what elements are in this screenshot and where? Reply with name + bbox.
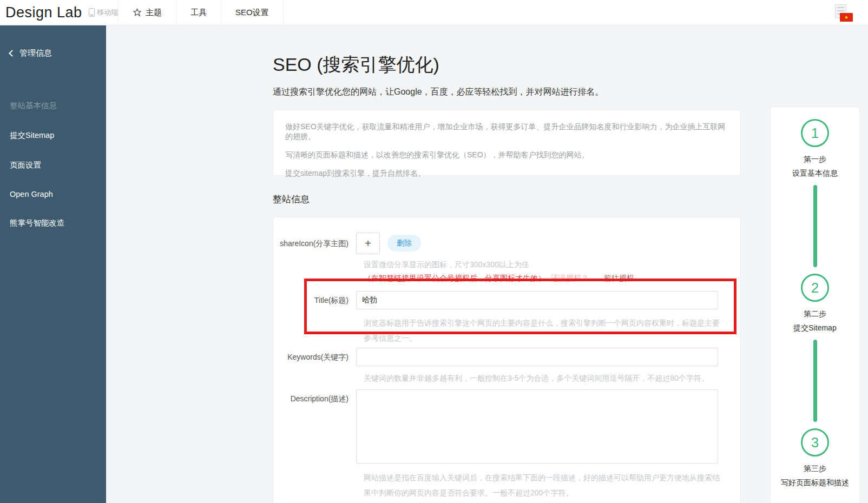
tab-tools[interactable]: 工具 <box>176 0 221 25</box>
sidebar-back-label: 管理信息 <box>19 48 52 58</box>
description-label: Description(描述) <box>273 389 356 408</box>
theme-icon <box>133 8 142 17</box>
warning-text: （在智慧链接里设置公众号授权后，分享图标才生效） <box>364 274 545 282</box>
sidebar-item-page-settings[interactable]: 页面设置 <box>0 150 106 180</box>
sidebar-nav: 整站基本信息 提交Sitemap 页面设置 Open Graph 熊掌号智能改造 <box>0 91 106 238</box>
app-logo: Design Lab <box>5 4 82 21</box>
mobile-label: 移动端 <box>97 8 119 17</box>
chevron-left-icon <box>9 50 16 57</box>
logo-block: Design Lab 移动端 <box>0 0 118 25</box>
step-1-circle: 1 <box>801 119 829 147</box>
share-icon-hint: 设置微信分享显示的图标，尺寸300x300以上为佳 <box>364 259 740 270</box>
title-row: Title(标题) <box>273 291 740 309</box>
description-textarea[interactable] <box>356 389 718 464</box>
step-2-desc: 提交Sitemap <box>793 322 836 333</box>
page-subtitle: 通过搜索引擎优化您的网站，让Google，百度，必应等轻松找到，并对网站进行排名… <box>273 87 741 98</box>
tab-theme[interactable]: 主题 <box>118 0 176 25</box>
sidebar-item-submit-sitemap[interactable]: 提交Sitemap <box>0 121 106 150</box>
main-column: SEO (搜索引擎优化) 通过搜索引擎优化您的网站，让Google，百度，必应等… <box>273 25 741 503</box>
title-input[interactable] <box>356 291 718 309</box>
sidebar-item-site-basic-info[interactable]: 整站基本信息 <box>0 91 106 121</box>
steps-guide-card: 1 第一步 设置基本信息 2 第二步 提交Sitemap 3 第三步 写好页面标… <box>770 107 860 503</box>
share-icon-warning-line: （在智慧链接里设置公众号授权后，分享图标才生效） 还没授权？ → 前往授权 <box>364 273 740 283</box>
not-authorized-text: 还没授权？ <box>551 274 589 282</box>
step-2-name: 第二步 <box>804 308 826 319</box>
tab-tools-label: 工具 <box>190 8 207 18</box>
step-3-desc: 写好页面标题和描述 <box>781 477 849 488</box>
sidebar-item-open-graph[interactable]: Open Graph <box>0 180 106 208</box>
tab-seo-label: SEO设置 <box>235 8 269 18</box>
tab-seo-settings[interactable]: SEO设置 <box>221 0 284 25</box>
step-2-circle: 2 <box>801 274 829 302</box>
share-icon-upload-button[interactable]: + <box>356 233 380 254</box>
intro-line: 做好SEO关键字优化，获取流量和精准用户，增加企业市场，获得更多订单、提升企业品… <box>285 122 728 142</box>
description-row: Description(描述) <box>273 389 740 464</box>
intro-line: 提交sitemap到搜索引擎，提升自然排名。 <box>285 169 728 178</box>
page-title: SEO (搜索引擎优化) <box>273 52 741 77</box>
keywords-hint: 关键词的数量并非越多越有利，一般控制在3-5个为合适，多个关键词间用逗号隔开，不… <box>364 373 740 383</box>
tab-theme-label: 主题 <box>146 8 162 18</box>
site-info-form-card: shareIcon(分享主图) + 删除 设置微信分享显示的图标，尺寸300x3… <box>273 217 741 503</box>
share-icon-row: shareIcon(分享主图) + 删除 <box>273 233 740 254</box>
china-flag-icon: ★ <box>840 13 853 22</box>
keywords-label: Keywords(关键字) <box>273 348 356 366</box>
go-authorize-link[interactable]: → 前往授权 <box>594 274 634 282</box>
keywords-row: Keywords(关键字) <box>273 348 740 366</box>
translate-extension-icon[interactable]: ★ <box>833 4 850 21</box>
seo-intro-card: 做好SEO关键字优化，获取流量和精准用户，增加企业市场，获得更多订单、提升企业品… <box>273 110 741 176</box>
mobile-phone-icon <box>89 8 95 17</box>
sidebar-item-xiongzhang[interactable]: 熊掌号智能改造 <box>0 208 106 238</box>
keywords-input[interactable] <box>356 348 718 366</box>
section-title-site-info: 整站信息 <box>273 193 741 206</box>
share-icon-label: shareIcon(分享主图) <box>273 233 356 254</box>
sidebar: 管理信息 整站基本信息 提交Sitemap 页面设置 Open Graph 熊掌… <box>0 25 106 503</box>
title-label: Title(标题) <box>273 291 356 309</box>
main-content: SEO (搜索引擎优化) 通过搜索引擎优化您的网站，让Google，百度，必应等… <box>106 25 868 503</box>
mobile-toggle[interactable]: 移动端 <box>89 8 119 17</box>
step-1-name: 第一步 <box>804 154 826 164</box>
intro-line: 写清晰的页面标题和描述，以改善您的搜索引擎优化（SEO），并帮助客户找到您的网站… <box>285 150 728 160</box>
share-icon-delete-button[interactable]: 删除 <box>387 235 421 252</box>
sidebar-back-manage-info[interactable]: 管理信息 <box>0 25 106 58</box>
description-hint: 网站描述是指在百度输入关键词后，在搜索结果下面的一段描述，好的描述可以帮助用户更… <box>364 470 722 500</box>
step-3-circle: 3 <box>801 428 829 456</box>
header-tabs: 主题 工具 SEO设置 <box>118 0 284 25</box>
step-1-desc: 设置基本信息 <box>792 168 838 178</box>
title-hint: 浏览器标题用于告诉搜索引擎这个网页的主要内容是什么，搜索引擎判断一个网页内容权重… <box>364 315 722 346</box>
step-connector-line <box>813 340 817 422</box>
plus-icon: + <box>365 237 371 250</box>
step-connector-line <box>813 185 817 267</box>
step-3-name: 第三步 <box>804 463 826 474</box>
top-header: Design Lab 移动端 主题 工具 SEO设置 ★ <box>0 0 868 25</box>
